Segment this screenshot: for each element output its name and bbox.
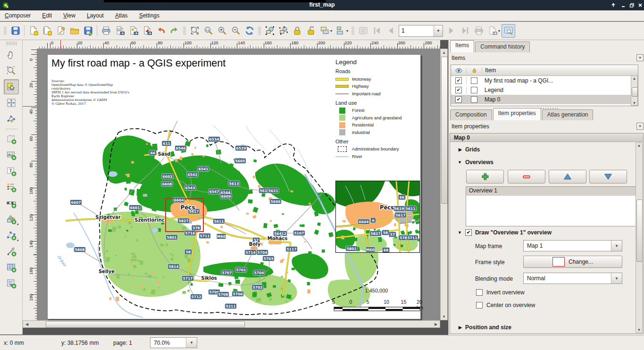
- zoom-button[interactable]: [4, 63, 19, 78]
- draw-overview-checkbox[interactable]: ✔: [465, 229, 472, 236]
- pan-button[interactable]: [4, 47, 19, 62]
- scale-ratio-label[interactable]: 1:450,000: [334, 288, 419, 293]
- print-atlas-button[interactable]: [472, 24, 485, 38]
- raise-items-button[interactable]: [318, 24, 331, 38]
- invert-overview-row[interactable]: Invert overview: [476, 289, 525, 296]
- ungroup-items-button[interactable]: [276, 24, 290, 38]
- print-button[interactable]: [99, 24, 113, 38]
- sources-text[interactable]: Sources:OpenStreetMap data © OpenStreetM…: [51, 79, 129, 106]
- align-items-button[interactable]: [334, 24, 347, 38]
- toolbar-drag-handle[interactable]: [183, 25, 186, 36]
- scalebar-item[interactable]: [334, 307, 421, 312]
- items-table-row[interactable]: ✔Map 0: [451, 95, 638, 104]
- scroll-left-arrow[interactable]: ◀: [24, 321, 30, 327]
- tab-item-properties[interactable]: Item properties: [493, 108, 541, 120]
- lock-checkbox[interactable]: [471, 87, 477, 93]
- composition-page[interactable]: 6116665466534652956056541654266026608654…: [47, 54, 421, 319]
- toolbar-drag-handle[interactable]: [258, 25, 261, 36]
- close-items-panel-button[interactable]: ✕: [636, 54, 644, 61]
- toolbar-drag-handle[interactable]: [6, 42, 17, 45]
- add-html-frame-button[interactable]: [4, 276, 19, 291]
- map-title-label[interactable]: My first road map - a QGIS experiment: [51, 58, 226, 69]
- load-from-template-button[interactable]: [67, 24, 81, 38]
- tab-composition[interactable]: Composition: [450, 109, 492, 120]
- menu-view[interactable]: View: [63, 12, 75, 19]
- save-as-template-button[interactable]: [81, 24, 95, 38]
- menu-layout[interactable]: Layout: [87, 12, 104, 19]
- section-overviews[interactable]: ▼ Overviews: [458, 159, 493, 166]
- items-table-scrollbar[interactable]: ▲ ▼: [631, 75, 638, 106]
- edit-nodes-item-button[interactable]: [4, 111, 19, 126]
- duplicate-composition-button[interactable]: [40, 24, 54, 38]
- blending-mode-combobox[interactable]: Normal ▼: [523, 273, 622, 284]
- scroll-up-arrow[interactable]: ▲: [441, 50, 447, 55]
- remove-overview-button[interactable]: [508, 170, 545, 183]
- atlas-page-combobox[interactable]: ▼: [399, 25, 443, 37]
- visibility-checkbox[interactable]: ✔: [455, 87, 462, 93]
- scroll-right-arrow[interactable]: ▶: [433, 321, 439, 327]
- export-as-image-button[interactable]: [113, 24, 126, 38]
- atlas-settings-button[interactable]: [502, 24, 515, 38]
- visibility-checkbox[interactable]: ✔: [455, 77, 462, 84]
- minimize-window-button[interactable]: [619, 1, 627, 9]
- add-nodes-shape-button[interactable]: ▾: [4, 228, 19, 243]
- shade-window-button[interactable]: [609, 1, 618, 9]
- move-overview-up-button[interactable]: [549, 170, 586, 183]
- add-legend-button[interactable]: [4, 180, 19, 195]
- composer-canvas[interactable]: 6116665466534652956056541654266026608654…: [37, 49, 440, 320]
- overview-list[interactable]: Overview 1: [466, 186, 637, 226]
- new-composition-button[interactable]: [26, 24, 40, 38]
- add-new-map-button[interactable]: [4, 132, 19, 147]
- overview-list-item[interactable]: Overview 1: [466, 187, 637, 196]
- add-scalebar-button[interactable]: [4, 196, 19, 211]
- zoom-out-button[interactable]: [229, 24, 243, 38]
- tab-command-history[interactable]: Command history: [475, 42, 530, 52]
- invert-overview-checkbox[interactable]: [476, 289, 483, 296]
- group-items-button[interactable]: [263, 24, 276, 38]
- overview-map-item[interactable]: 66561956115617660465827585757857115801M6…: [335, 181, 420, 253]
- move-overview-down-button[interactable]: [589, 170, 627, 183]
- properties-scrollbar[interactable]: ▲ ▼: [636, 142, 643, 333]
- toolbar-drag-handle[interactable]: [351, 25, 355, 36]
- add-attribute-table-button[interactable]: [4, 260, 19, 275]
- add-overview-button[interactable]: [466, 170, 504, 183]
- section-grids[interactable]: ▶ Grids: [459, 146, 480, 153]
- vertical-scrollbar[interactable]: ▲ ▼: [440, 49, 448, 320]
- atlas-next-feature-button[interactable]: [444, 24, 458, 38]
- add-image-button[interactable]: [4, 148, 19, 163]
- items-table[interactable]: Item ✔My first road map - a QGI...✔Legen…: [451, 65, 638, 106]
- close-properties-panel-button[interactable]: ✕: [636, 123, 644, 130]
- visibility-checkbox[interactable]: ✔: [455, 96, 462, 103]
- lock-checkbox[interactable]: [471, 77, 477, 84]
- draw-overview-row[interactable]: ▼ ✔ Draw "Overview 1" overview: [458, 229, 552, 236]
- frame-style-change-button[interactable]: Change...: [523, 256, 622, 268]
- lock-items-button[interactable]: [290, 24, 304, 38]
- legend-item[interactable]: Legend RoadsMotorwayHighwayImportant roa…: [335, 58, 419, 160]
- export-as-svg-button[interactable]: [126, 24, 140, 38]
- menu-atlas[interactable]: Atlas: [115, 12, 128, 19]
- tab-atlas-generation[interactable]: Atlas generation: [542, 109, 594, 120]
- menu-edit[interactable]: Edit: [42, 12, 52, 19]
- atlas-prev-feature-button[interactable]: [384, 24, 397, 38]
- move-item-content-button[interactable]: [4, 95, 19, 110]
- close-window-button[interactable]: [636, 1, 644, 9]
- map-frame-combobox[interactable]: Map 1 ▼: [523, 240, 622, 251]
- vertical-scroll-thumb[interactable]: [441, 57, 448, 204]
- menu-settings[interactable]: Settings: [139, 12, 159, 19]
- refresh-view-button[interactable]: [243, 24, 256, 38]
- zoom-full-button[interactable]: [188, 24, 201, 38]
- center-on-overview-row[interactable]: Center on overview: [476, 302, 535, 308]
- select-move-item-button[interactable]: [4, 79, 19, 94]
- atlas-last-feature-button[interactable]: [458, 24, 472, 38]
- maximize-window-button[interactable]: [627, 1, 636, 9]
- lock-checkbox[interactable]: [471, 96, 477, 103]
- atlas-first-feature-button[interactable]: [370, 24, 384, 38]
- section-position-and-size[interactable]: ▶ Position and size: [459, 324, 511, 331]
- items-table-row[interactable]: ✔Legend: [451, 85, 638, 95]
- scroll-down-arrow[interactable]: ▼: [441, 314, 447, 319]
- horizontal-scrollbar[interactable]: ◀ ▶: [23, 320, 440, 328]
- center-on-overview-checkbox[interactable]: [476, 302, 483, 308]
- save-composition-button[interactable]: [8, 24, 22, 38]
- zoom-actual-size-button[interactable]: 1:1: [201, 24, 215, 38]
- unlock-all-items-button[interactable]: [304, 24, 318, 38]
